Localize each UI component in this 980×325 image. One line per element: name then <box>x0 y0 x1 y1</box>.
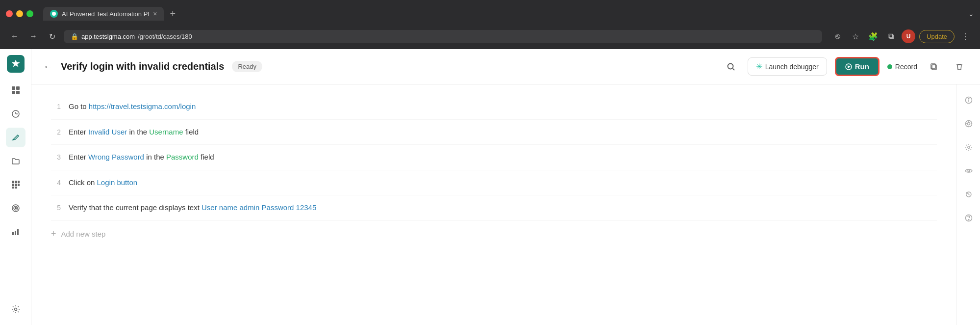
top-bar: ← Verify login with invalid credentials … <box>31 49 980 84</box>
step-number: 1 <box>51 103 61 110</box>
sidebar-item-reports[interactable] <box>6 222 25 242</box>
add-step-icon: + <box>51 229 56 239</box>
add-step-label: Add new step <box>61 230 106 238</box>
table-row: 1 Go to https://travel.testsigma.com/log… <box>51 94 937 120</box>
left-sidebar <box>0 49 31 325</box>
page-title: Verify login with invalid credentials <box>61 61 224 72</box>
launch-debugger-button[interactable]: ✳ Launch debugger <box>748 57 827 76</box>
sidebar-item-apps[interactable] <box>6 175 25 194</box>
sidebar-item-grid[interactable] <box>6 81 25 100</box>
settings-icon[interactable] <box>961 139 977 155</box>
step-text-plain: in the <box>129 128 149 136</box>
run-button[interactable]: Run <box>835 57 879 76</box>
app-logo[interactable] <box>7 55 25 73</box>
svg-rect-8 <box>18 181 20 183</box>
info-icon[interactable] <box>961 92 977 108</box>
step-element-highlight: Username <box>149 128 183 136</box>
app-container: ← Verify login with invalid credentials … <box>0 49 980 325</box>
sidebar-item-edit[interactable] <box>6 128 25 147</box>
svg-point-20 <box>14 308 17 311</box>
svg-rect-2 <box>16 86 20 90</box>
step-number: 4 <box>51 179 61 187</box>
svg-point-16 <box>15 208 16 209</box>
step-value-highlight: Invalid User <box>88 128 127 136</box>
bookmark-icon[interactable]: ☆ <box>849 29 862 43</box>
record-label: Record <box>895 63 917 71</box>
sidebar-item-settings[interactable] <box>6 299 25 319</box>
svg-rect-10 <box>15 184 17 186</box>
window-controls <box>6 10 33 17</box>
step-text-plain: Verify that the current page displays te… <box>69 203 201 212</box>
add-step-row[interactable]: + Add new step <box>51 221 937 247</box>
extensions-icon[interactable]: 🧩 <box>866 29 880 43</box>
search-button[interactable] <box>722 58 740 76</box>
sidebar-item-dashboard[interactable] <box>6 104 25 124</box>
step-number: 2 <box>51 128 61 136</box>
avatar[interactable]: U <box>902 29 915 43</box>
svg-marker-24 <box>848 65 851 68</box>
table-row: 4 Click on Login button <box>51 170 937 196</box>
sidebar-item-folder[interactable] <box>6 151 25 171</box>
update-button[interactable]: Update <box>919 30 955 43</box>
split-view-icon[interactable]: ⧉ <box>884 29 898 43</box>
step-content: Go to https://travel.testsigma.com/login <box>69 101 196 112</box>
svg-rect-7 <box>15 181 17 183</box>
svg-rect-12 <box>12 187 14 189</box>
tab-close-button[interactable]: × <box>153 10 157 18</box>
step-text-plain: in the <box>146 153 166 161</box>
browser-refresh-button[interactable]: ↻ <box>45 29 59 43</box>
run-button-label: Run <box>855 62 869 71</box>
address-bar[interactable]: 🔒 app.testsigma.com /groot/td/cases/180 <box>64 30 822 43</box>
step-link[interactable]: https://travel.testsigma.com/login <box>89 102 196 110</box>
element-locator-icon[interactable] <box>961 116 977 132</box>
svg-point-29 <box>968 98 969 99</box>
svg-point-36 <box>967 146 969 148</box>
new-tab-button[interactable]: + <box>170 8 176 20</box>
sidebar-item-target[interactable] <box>6 198 25 218</box>
back-button[interactable]: ← <box>43 61 53 72</box>
step-content: Enter Invalid User in the Username field <box>69 127 199 138</box>
eye-icon[interactable] <box>961 163 977 179</box>
browser-forward-button[interactable]: → <box>26 29 40 43</box>
browser-dropdown[interactable]: ⌄ <box>968 10 974 18</box>
window-maximize-button[interactable] <box>26 10 33 17</box>
status-badge: Ready <box>232 61 262 72</box>
svg-point-21 <box>728 63 733 69</box>
history-icon[interactable] <box>961 187 977 202</box>
table-row: 2 Enter Invalid User in the Username fie… <box>51 120 937 145</box>
svg-rect-9 <box>12 184 14 186</box>
svg-point-31 <box>967 123 970 125</box>
svg-rect-19 <box>17 229 19 235</box>
step-content: Verify that the current page displays te… <box>69 202 316 214</box>
record-button[interactable]: Record <box>887 63 917 71</box>
svg-rect-13 <box>15 187 17 189</box>
window-close-button[interactable] <box>6 10 13 17</box>
browser-back-button[interactable]: ← <box>8 29 22 43</box>
step-element-highlight: Password <box>166 153 199 161</box>
active-tab[interactable]: AI Powered Test Automation Pl × <box>43 7 164 21</box>
nav-right-icons: ⎋ ☆ 🧩 ⧉ U Update ⋮ <box>831 29 972 43</box>
svg-point-0 <box>52 12 56 16</box>
step-text-plain: Enter <box>69 128 88 136</box>
nav-bar: ← → ↻ 🔒 app.testsigma.com /groot/td/case… <box>0 24 980 49</box>
svg-rect-11 <box>18 184 20 186</box>
trash-button[interactable] <box>951 58 968 76</box>
step-value-highlight: Wrong Password <box>88 153 144 161</box>
step-text-plain: field <box>201 153 214 161</box>
steps-list: 1 Go to https://travel.testsigma.com/log… <box>31 84 956 325</box>
right-sidebar <box>956 84 980 325</box>
step-number: 5 <box>51 204 61 212</box>
address-domain: app.testsigma.com <box>81 33 135 40</box>
record-indicator <box>887 64 892 69</box>
browser-menu-icon[interactable]: ⋮ <box>958 29 972 43</box>
svg-rect-18 <box>15 231 16 235</box>
tab-label: AI Powered Test Automation Pl <box>62 10 149 18</box>
window-minimize-button[interactable] <box>16 10 23 17</box>
step-value-highlight: User name admin Password 12345 <box>201 203 316 212</box>
help-icon[interactable] <box>961 210 977 226</box>
share-icon[interactable]: ⎋ <box>831 29 845 43</box>
address-lock-icon: 🔒 <box>71 33 78 40</box>
step-number: 3 <box>51 153 61 161</box>
copy-button[interactable] <box>925 58 943 76</box>
launch-debugger-label: Launch debugger <box>765 63 819 71</box>
